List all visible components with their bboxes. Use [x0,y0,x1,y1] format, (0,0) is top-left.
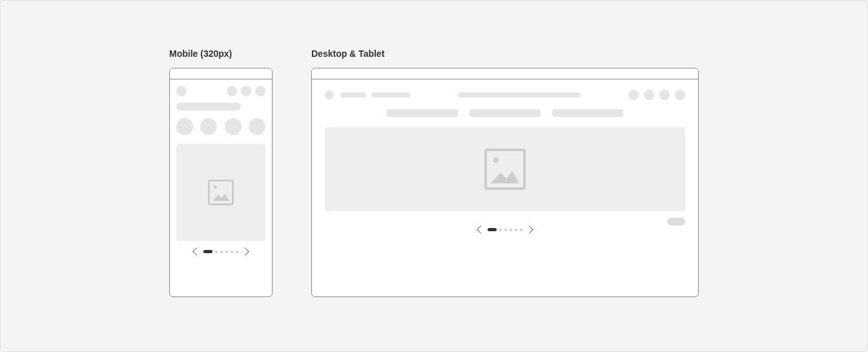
mobile-titlebar [170,68,272,79]
pager-dot[interactable] [225,251,228,253]
nav-item-placeholder [340,92,366,98]
carousel-pager [176,249,265,254]
pager-dot[interactable] [215,251,218,253]
desktop-body [312,79,698,243]
header-icon-placeholder [675,90,685,100]
cta-button-placeholder [667,218,685,225]
pager-dot[interactable] [499,229,502,231]
pager-dot[interactable] [220,251,223,253]
primary-nav-placeholder [340,92,410,98]
logo-placeholder [325,90,334,99]
mobile-header-icons [227,86,265,96]
subnav-item-placeholder [470,109,541,117]
mobile-body [170,79,272,261]
header-icon-placeholder [227,86,237,96]
mobile-pager-row [176,249,265,254]
mobile-column: Mobile (320px) [169,48,273,297]
header-icons [628,90,685,100]
mobile-frame [169,68,273,297]
category-placeholder [176,118,193,135]
nav-item-placeholder [371,92,410,98]
category-placeholder [225,118,242,135]
chevron-right-icon[interactable] [241,247,249,256]
mobile-label: Mobile (320px) [169,48,273,59]
header-icon-placeholder [628,90,639,100]
pager-dot[interactable] [231,251,233,253]
carousel-pager [478,227,532,233]
avatar-placeholder [176,86,187,96]
chevron-left-icon[interactable] [192,247,201,256]
desktop-header-row [325,90,685,100]
header-icon-placeholder [644,90,654,100]
pager-dot-active[interactable] [488,228,497,231]
search-placeholder [176,103,241,110]
desktop-titlebar [312,68,698,79]
secondary-nav-row [325,109,685,117]
header-icon-placeholder [255,86,265,96]
mobile-hero-image [176,144,265,241]
pager-dot[interactable] [504,229,507,231]
image-placeholder-icon [484,149,526,190]
wireframe-stage: Mobile (320px) [1,48,867,297]
mobile-category-row [176,118,265,135]
pager-dot[interactable] [520,229,522,231]
mobile-header-row [176,86,265,96]
desktop-pager-row [325,219,685,233]
pager-dot-active[interactable] [203,250,212,253]
pager-dot[interactable] [510,229,512,231]
pager-dots [203,250,238,253]
category-placeholder [249,118,265,135]
subnav-item-placeholder [552,109,623,117]
desktop-column: Desktop & Tablet [311,48,699,297]
desktop-hero-image [325,127,685,211]
chevron-right-icon[interactable] [525,225,533,234]
header-icon-placeholder [659,90,670,100]
pager-dot[interactable] [515,229,517,231]
chevron-left-icon[interactable] [477,225,485,234]
pager-dot[interactable] [236,251,238,253]
header-icon-placeholder [241,86,251,96]
pager-dots [488,228,522,231]
search-placeholder [458,92,581,98]
desktop-label: Desktop & Tablet [311,48,699,59]
desktop-frame [311,68,699,297]
image-placeholder-icon [208,180,234,205]
category-placeholder [200,118,217,135]
subnav-item-placeholder [387,109,458,117]
